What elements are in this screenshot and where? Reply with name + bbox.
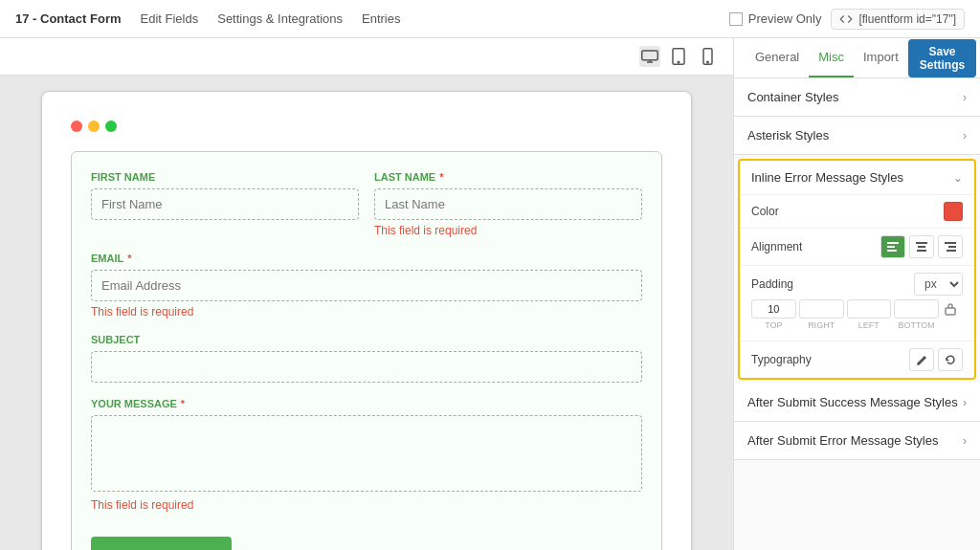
align-center-button[interactable] bbox=[909, 235, 934, 258]
padding-link-icon[interactable] bbox=[942, 300, 959, 318]
left-label: LEFT bbox=[847, 320, 892, 330]
svg-rect-16 bbox=[946, 308, 955, 315]
page-title: 17 - Contact Form bbox=[15, 11, 122, 26]
email-group: Email * This field is required bbox=[91, 253, 642, 319]
topbar-right: Preview Only [fluentform id="17"] bbox=[729, 9, 965, 30]
first-name-group: First Name bbox=[91, 171, 359, 237]
preview-toolbar bbox=[0, 38, 733, 76]
color-controls bbox=[823, 202, 963, 221]
subject-group: Subject bbox=[91, 334, 642, 383]
subject-label: Subject bbox=[91, 334, 642, 345]
last-name-group: Last Name * This field is required bbox=[374, 171, 642, 237]
accordion-submit-error: After Submit Error Message Styles › bbox=[734, 422, 980, 460]
tablet-view-button[interactable] bbox=[668, 46, 689, 67]
last-name-error: This field is required bbox=[374, 224, 642, 237]
nav-edit-fields[interactable]: Edit Fields bbox=[141, 8, 199, 30]
tab-import[interactable]: Import bbox=[854, 38, 908, 77]
svg-rect-11 bbox=[918, 246, 925, 248]
typography-row: Typography bbox=[740, 341, 974, 378]
svg-rect-13 bbox=[945, 242, 956, 244]
email-label: Email * bbox=[91, 253, 642, 264]
accordion-submit-success: After Submit Success Message Styles › bbox=[734, 384, 980, 422]
form-inner: First Name Last Name * This field is req… bbox=[71, 151, 662, 550]
form-window: First Name Last Name * This field is req… bbox=[41, 91, 692, 550]
nav-settings-integrations[interactable]: Settings & Integrations bbox=[217, 8, 343, 30]
accordion-asterisk-styles: Asterisk Styles › bbox=[734, 117, 980, 155]
align-right-button[interactable] bbox=[938, 235, 963, 258]
mobile-view-button[interactable] bbox=[697, 46, 718, 67]
svg-rect-10 bbox=[916, 242, 927, 244]
submit-error-chevron: › bbox=[963, 434, 967, 448]
first-name-input[interactable] bbox=[91, 188, 359, 220]
typography-reset-button[interactable] bbox=[938, 348, 963, 371]
svg-rect-9 bbox=[887, 250, 897, 252]
svg-rect-12 bbox=[917, 250, 926, 252]
tab-misc[interactable]: Misc bbox=[809, 38, 854, 77]
first-name-label: First Name bbox=[91, 171, 359, 183]
padding-top-input[interactable]: 10 bbox=[751, 299, 796, 319]
inline-error-header[interactable]: Inline Error Message Styles ⌄ bbox=[740, 161, 974, 194]
color-label: Color bbox=[751, 205, 823, 218]
email-error: This field is required bbox=[91, 305, 642, 319]
padding-unit-select[interactable]: px em % bbox=[914, 273, 963, 296]
email-input[interactable] bbox=[91, 270, 642, 301]
email-required: * bbox=[127, 253, 131, 264]
subject-input[interactable] bbox=[91, 351, 642, 383]
svg-rect-7 bbox=[887, 242, 899, 244]
padding-right-input[interactable] bbox=[799, 299, 844, 319]
name-row: First Name Last Name * This field is req… bbox=[91, 171, 642, 237]
last-name-label: Last Name * bbox=[374, 171, 642, 183]
inline-error-chevron: ⌄ bbox=[953, 171, 963, 185]
desktop-view-button[interactable] bbox=[639, 46, 660, 67]
main-layout: First Name Last Name * This field is req… bbox=[0, 38, 980, 550]
padding-left-input[interactable] bbox=[847, 299, 892, 319]
message-required: * bbox=[181, 398, 185, 409]
submit-success-chevron: › bbox=[963, 396, 967, 409]
settings-tabs: General Misc Import Save Settings bbox=[734, 38, 980, 78]
alignment-row: Alignment bbox=[740, 228, 974, 265]
topbar: 17 - Contact Form Edit Fields Settings &… bbox=[0, 0, 980, 38]
last-name-required: * bbox=[439, 171, 443, 183]
asterisk-styles-header[interactable]: Asterisk Styles › bbox=[734, 117, 980, 154]
typography-label: Typography bbox=[751, 353, 823, 366]
dot-red bbox=[71, 121, 82, 132]
container-styles-header[interactable]: Container Styles › bbox=[734, 78, 980, 116]
window-dots bbox=[71, 121, 662, 132]
svg-rect-8 bbox=[887, 246, 895, 248]
nav-entries[interactable]: Entries bbox=[362, 8, 400, 30]
dot-green bbox=[105, 121, 117, 132]
top-label: TOP bbox=[751, 320, 796, 330]
submit-button[interactable]: Submit Form bbox=[91, 537, 232, 550]
submit-error-header[interactable]: After Submit Error Message Styles › bbox=[734, 422, 980, 459]
svg-rect-15 bbox=[947, 250, 956, 252]
bottom-label: BOTTOM bbox=[894, 320, 939, 330]
right-label: RIGHT bbox=[799, 320, 844, 330]
padding-bottom-input[interactable] bbox=[894, 299, 939, 319]
last-name-input[interactable] bbox=[374, 188, 642, 220]
svg-point-4 bbox=[678, 61, 679, 63]
save-settings-button[interactable]: Save Settings bbox=[908, 39, 976, 77]
typography-controls bbox=[909, 348, 963, 371]
message-group: Your Message * This field is required bbox=[91, 398, 642, 512]
align-left-button[interactable] bbox=[880, 235, 905, 258]
shortcode-badge: [fluentform id="17"] bbox=[831, 9, 965, 30]
color-row: Color bbox=[740, 194, 974, 228]
message-error: This field is required bbox=[91, 498, 642, 512]
accordion-container-styles: Container Styles › bbox=[734, 78, 980, 117]
settings-panel: General Misc Import Save Settings Contai… bbox=[733, 38, 980, 550]
message-textarea[interactable] bbox=[91, 415, 642, 492]
topbar-nav: Edit Fields Settings & Integrations Entr… bbox=[141, 8, 401, 30]
color-swatch[interactable] bbox=[944, 202, 963, 221]
typography-edit-button[interactable] bbox=[909, 348, 934, 371]
container-styles-chevron: › bbox=[963, 91, 967, 104]
message-label: Your Message * bbox=[91, 398, 642, 409]
preview-only-checkbox[interactable] bbox=[729, 12, 743, 26]
submit-success-header[interactable]: After Submit Success Message Styles › bbox=[734, 384, 980, 421]
preview-only-label[interactable]: Preview Only bbox=[729, 11, 822, 26]
alignment-label: Alignment bbox=[751, 240, 823, 253]
alignment-controls bbox=[823, 235, 963, 258]
svg-rect-0 bbox=[642, 51, 658, 60]
tab-general[interactable]: General bbox=[746, 38, 809, 77]
preview-panel: First Name Last Name * This field is req… bbox=[0, 38, 733, 550]
padding-row: Padding px em % 10 bbox=[740, 265, 974, 341]
